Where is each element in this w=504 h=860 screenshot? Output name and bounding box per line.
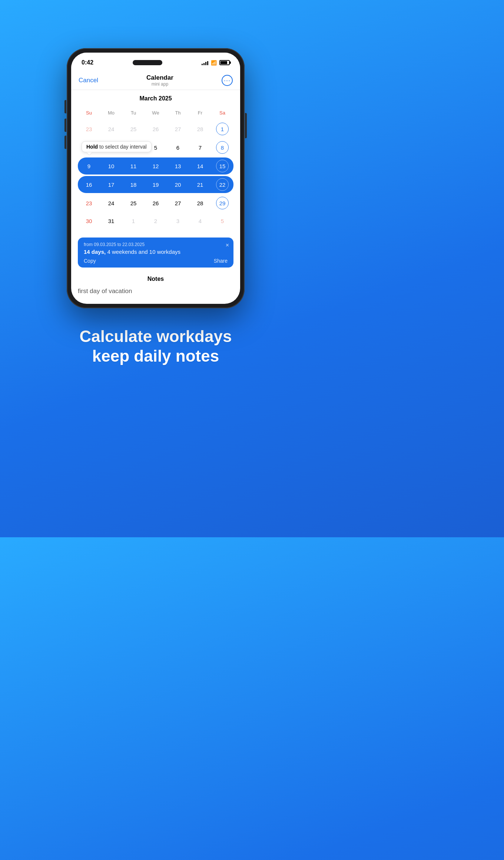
info-date-range: from 09.03.2025 to 22.03.2025: [84, 242, 228, 247]
cal-day[interactable]: 3: [167, 212, 189, 229]
cal-day-17[interactable]: 17: [100, 176, 122, 193]
info-card: × from 09.03.2025 to 22.03.2025 14 days,…: [78, 238, 233, 268]
cal-day-30[interactable]: 30: [78, 212, 100, 229]
cal-day-22[interactable]: 22: [211, 176, 233, 193]
caption-line1: Calculate workdays: [80, 327, 232, 346]
cal-header-sa: Sa: [211, 106, 233, 120]
calendar-section: March 2025 Su Mo Tu We Th Fr Sa 23 24 25: [71, 90, 240, 234]
cal-day-14[interactable]: 14: [189, 157, 211, 175]
cal-header-mo: Mo: [100, 106, 122, 120]
more-button[interactable]: ···: [222, 75, 233, 86]
cal-day-8[interactable]: 8: [211, 139, 233, 156]
status-time: 0:42: [82, 59, 93, 66]
tooltip-arrow: [87, 152, 92, 155]
cal-row-range-2[interactable]: 16 17 18 19 20 21 22: [78, 176, 233, 193]
status-icons: 📶: [202, 60, 230, 66]
cal-day[interactable]: 6: [167, 139, 189, 156]
cal-day-13[interactable]: 13: [167, 157, 189, 175]
info-summary-bold: 14 days,: [84, 249, 106, 255]
caption-line2: keep daily notes: [80, 346, 232, 366]
cal-header-th: Th: [167, 106, 189, 120]
cal-day-29[interactable]: 29: [211, 195, 233, 212]
note-text: first day of vacation: [78, 286, 233, 296]
cal-day-11[interactable]: 11: [122, 157, 145, 175]
cal-day[interactable]: 26: [145, 120, 167, 137]
cal-day-26[interactable]: 26: [145, 195, 167, 212]
cal-day-19[interactable]: 19: [145, 176, 167, 193]
info-summary-rest: 4 weekends and 10 workdays: [106, 249, 180, 255]
cal-day-25[interactable]: 25: [122, 195, 145, 212]
cal-day-16[interactable]: 16: [78, 176, 100, 193]
cal-day[interactable]: 28: [189, 120, 211, 137]
share-button[interactable]: Share: [214, 258, 228, 264]
info-summary: 14 days, 4 weekends and 10 workdays: [84, 249, 228, 255]
nav-bar: Cancel Calendar mini app ···: [71, 70, 240, 90]
copy-button[interactable]: Copy: [84, 258, 96, 264]
cal-day-18[interactable]: 18: [122, 176, 145, 193]
cal-day[interactable]: 4: [189, 212, 211, 229]
dynamic-island-spacer: [133, 60, 162, 65]
info-close-button[interactable]: ×: [226, 242, 229, 249]
cal-day-24[interactable]: 24: [100, 195, 122, 212]
cal-day[interactable]: 2: [145, 212, 167, 229]
cal-row-2-wrapper: Hold to select day interval 2 3 4 5 6 7 …: [78, 139, 233, 156]
tooltip-rest: to select day interval: [98, 144, 147, 150]
cal-day-10[interactable]: 10: [100, 157, 122, 175]
cal-header-tu: Tu: [122, 106, 145, 120]
cal-row-6: 30 31 1 2 3 4 5: [78, 212, 233, 229]
cancel-button[interactable]: Cancel: [79, 77, 98, 84]
cal-header-row: Su Mo Tu We Th Fr Sa: [78, 106, 233, 120]
phone-shell: 0:42 📶 Cancel Calendar mini app: [67, 48, 245, 308]
cal-day-21[interactable]: 21: [189, 176, 211, 193]
info-actions: Copy Share: [84, 258, 228, 264]
status-bar: 0:42 📶: [71, 53, 240, 70]
cal-day-31[interactable]: 31: [100, 212, 122, 229]
phone-screen: 0:42 📶 Cancel Calendar mini app: [71, 53, 240, 304]
cal-day[interactable]: 1: [122, 212, 145, 229]
cal-day-23[interactable]: 23: [78, 195, 100, 212]
cal-day-27[interactable]: 27: [167, 195, 189, 212]
cal-header-fr: Fr: [189, 106, 211, 120]
cal-day-20[interactable]: 20: [167, 176, 189, 193]
nav-title: Calendar: [146, 74, 173, 82]
cal-day[interactable]: 24: [100, 120, 122, 137]
cal-day-1[interactable]: 1: [211, 120, 233, 137]
cal-day[interactable]: 27: [167, 120, 189, 137]
cal-row-range-1[interactable]: 9 10 11 12 13 14 15: [78, 157, 233, 175]
cal-day-28[interactable]: 28: [189, 195, 211, 212]
nav-subtitle: mini app: [146, 82, 173, 87]
notes-title: Notes: [78, 271, 233, 286]
cal-day[interactable]: 25: [122, 120, 145, 137]
nav-title-block: Calendar mini app: [146, 74, 173, 87]
cal-row-5: 23 24 25 26 27 28 29: [78, 195, 233, 212]
tooltip-wrapper: Hold to select day interval: [78, 141, 152, 152]
cal-header-we: We: [145, 106, 167, 120]
tooltip-bubble: Hold to select day interval: [82, 141, 152, 152]
cal-grid: Su Mo Tu We Th Fr Sa 23 24 25 26 27 28 1: [78, 106, 233, 229]
cal-day[interactable]: 7: [189, 139, 211, 156]
notes-section: Notes first day of vacation: [71, 271, 240, 304]
calendar-month-label: March 2025: [78, 95, 233, 102]
cal-day-9[interactable]: 9: [78, 157, 100, 175]
wifi-icon: 📶: [211, 60, 217, 66]
cal-day[interactable]: 5: [211, 212, 233, 229]
cal-day[interactable]: 23: [78, 120, 100, 137]
cal-header-su: Su: [78, 106, 100, 120]
signal-icon: [202, 60, 208, 65]
bottom-caption: Calculate workdays keep daily notes: [57, 308, 254, 385]
more-icon: ···: [224, 77, 231, 84]
battery-icon: [219, 60, 230, 65]
cal-row-1: 23 24 25 26 27 28 1: [78, 120, 233, 137]
tooltip-bold: Hold: [86, 144, 98, 150]
cal-day-12[interactable]: 12: [145, 157, 167, 175]
cal-day-15[interactable]: 15: [211, 157, 233, 175]
